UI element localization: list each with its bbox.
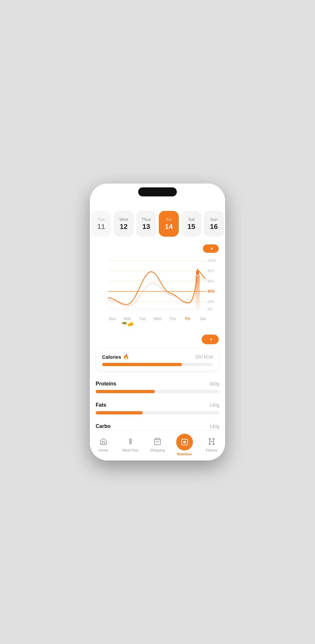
chart-x-label-sun: Sun <box>105 317 120 321</box>
nutrition-item-proteins: Proteins 300g <box>90 376 225 397</box>
calorie-chart: 100% 80% 60% 40% 20% 0% <box>99 256 216 314</box>
nutrition-item-fats: Fats 140g <box>90 398 225 418</box>
calories-icon: 🔥 <box>123 354 129 360</box>
calories-label: Calories 🔥 <box>102 354 129 360</box>
svg-rect-12 <box>196 274 200 309</box>
day-card-11[interactable]: Tue 11 <box>91 211 111 237</box>
nav-active-icon <box>176 434 193 450</box>
calories-progress-bg <box>102 363 213 366</box>
day-number: 14 <box>165 223 173 231</box>
svg-text:100%: 100% <box>207 259 216 262</box>
nav-icon <box>100 438 107 447</box>
day-picker: Tue 11 Wed 12 Thus 13 Fri 14 Sat 15 Sun … <box>90 211 225 241</box>
day-name: Tue <box>98 217 105 222</box>
nav-label: Fitness <box>206 448 217 452</box>
nav-icon <box>127 438 134 447</box>
chart-x-label-tue: Tue <box>135 317 150 321</box>
nav-label: Nutrition <box>177 452 192 456</box>
svg-text:40%: 40% <box>207 289 215 293</box>
calorie-dropdown[interactable]: ▼ <box>203 244 219 253</box>
day-number: 13 <box>142 223 150 231</box>
chart-x-label-mon: Mon <box>120 317 135 321</box>
chart-x-label-thu: Thu <box>165 317 180 321</box>
nav-item-nutrition[interactable]: Nutrition <box>171 434 198 456</box>
bottom-nav: Home Meal Plan Shopping Nutrition Fitnes… <box>90 430 225 460</box>
chart-section: ▼ 100% 80% 60% 40% 20 <box>90 241 225 330</box>
nutrition-item-amount: 300g <box>209 381 219 386</box>
nutrition-item-row: Fats 140g <box>96 402 219 408</box>
svg-marker-14 <box>196 268 199 273</box>
svg-text:80%: 80% <box>207 269 214 273</box>
day-name: Sat <box>188 217 195 222</box>
meal-type-dropdown[interactable]: ▼ <box>202 335 219 344</box>
calories-card: Calories 🔥 320 kCal <box>96 349 219 371</box>
nutrition-progress-bg <box>96 390 219 393</box>
chart-container: 100% 80% 60% 40% 20% 0% <box>96 256 219 328</box>
nutrition-item-label: Proteins <box>96 381 116 387</box>
nav-label: Home <box>99 448 108 452</box>
day-number: 12 <box>120 223 128 231</box>
month-nav <box>90 206 225 211</box>
chart-x-label-wed: Wed <box>150 317 165 321</box>
svg-text:20%: 20% <box>207 300 214 304</box>
meal-dropdown-arrow-icon: ▼ <box>209 337 213 341</box>
nav-label: Shopping <box>150 448 165 452</box>
nav-item-home[interactable]: Home <box>90 438 117 452</box>
nav-icon <box>208 438 215 447</box>
day-card-12[interactable]: Wed 12 <box>114 211 134 237</box>
day-card-16[interactable]: Sun 16 <box>204 211 224 237</box>
nav-item-fitness[interactable]: Fitness <box>198 438 225 452</box>
svg-text:60%: 60% <box>207 279 214 283</box>
chart-x-label-fri: Fri <box>180 317 195 321</box>
day-card-14[interactable]: Fri 14 <box>159 211 179 237</box>
nav-icon <box>154 438 161 447</box>
nutrition-item-row: Carbo 140g <box>96 423 219 429</box>
day-number: 15 <box>187 223 195 231</box>
nutrition-item-row: Proteins 300g <box>96 381 219 387</box>
day-name: Fri <box>166 217 171 222</box>
nutrition-progress-fill <box>96 390 155 393</box>
svg-point-15 <box>129 442 131 444</box>
day-card-15[interactable]: Sat 15 <box>181 211 201 237</box>
day-card-13[interactable]: Thus 13 <box>136 211 156 237</box>
nav-item-shopping[interactable]: Shopping <box>144 438 171 452</box>
day-number: 11 <box>97 223 105 231</box>
chart-x-labels: SunMonTueWedThuFriSat <box>99 315 216 321</box>
calories-row: Calories 🔥 320 kCal <box>102 354 213 360</box>
day-name: Sun <box>210 217 217 222</box>
header <box>90 201 225 206</box>
day-name: Thus <box>142 217 151 222</box>
chart-x-label-sat: Sat <box>195 317 210 321</box>
calories-value: 320 kCal <box>195 354 213 359</box>
nav-item-meal-plan[interactable]: Meal Plan <box>117 438 144 452</box>
nutrition-item-amount: 140g <box>209 402 219 408</box>
nutrition-progress-fill <box>96 411 143 414</box>
nutrition-item-amount: 140g <box>209 424 219 429</box>
chart-mon-icon: 🥗🧀 <box>99 321 216 328</box>
phone-notch <box>138 187 177 196</box>
dropdown-arrow-icon: ▼ <box>210 247 214 251</box>
day-name: Wed <box>119 217 128 222</box>
day-number: 16 <box>210 223 218 231</box>
svg-text:0%: 0% <box>207 307 213 311</box>
nutrition-item-label: Fats <box>96 402 106 408</box>
nutrition-progress-bg <box>96 411 219 414</box>
nutrition-item-label: Carbo <box>96 423 110 429</box>
calories-progress-fill <box>102 363 182 366</box>
nav-label: Meal Plan <box>123 448 138 452</box>
meal-section: ▼ Calories 🔥 320 kCal <box>90 330 225 376</box>
